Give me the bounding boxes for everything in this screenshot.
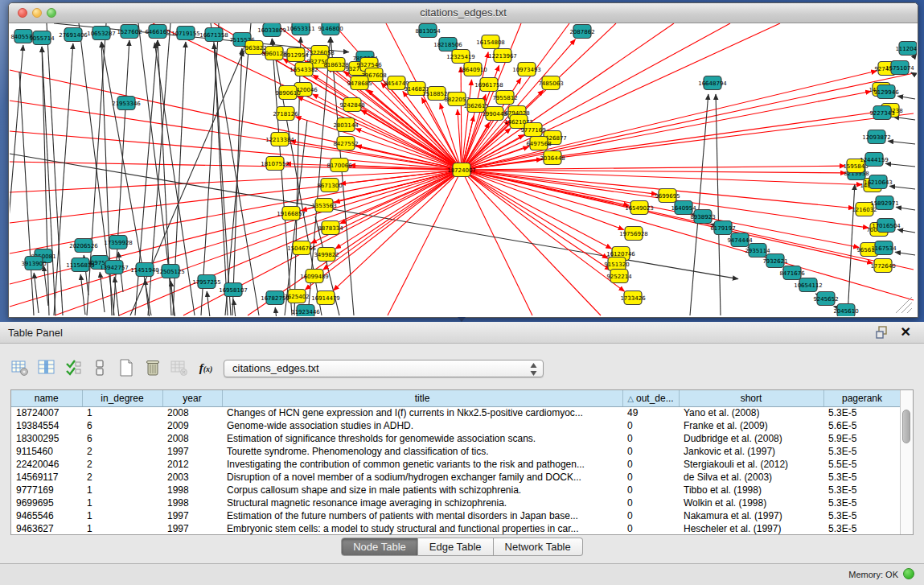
node-label: 2935114 — [745, 248, 770, 254]
node-label: 10654112 — [794, 282, 823, 289]
column-header-year[interactable]: year — [162, 390, 222, 406]
scrollbar-thumb[interactable] — [902, 410, 910, 443]
table-selector-dropdown[interactable]: citations_edges.txt — [224, 360, 544, 377]
table-row[interactable]: 977716911998Corpus callosum shape and si… — [11, 484, 901, 496]
float-panel-icon[interactable] — [876, 326, 889, 339]
network-view-canvas[interactable]: 8405571905571427691406106532871527602646… — [10, 23, 917, 316]
table-toolbar: f(x) — [8, 354, 220, 381]
window-title-bar[interactable]: citations_edges.txt — [9, 3, 918, 23]
memory-status-label: Memory: OK — [848, 570, 898, 579]
node-label: 6466160 — [145, 29, 170, 35]
table-row[interactable]: 1456911722003Disruption of a novel membe… — [11, 471, 901, 484]
node-label: 8822057 — [444, 97, 469, 103]
node-label: 15751074 — [885, 65, 914, 72]
node-label: 8938923 — [690, 214, 715, 220]
node-label: 9242848 — [339, 102, 364, 109]
node-label: 10653287 — [87, 31, 116, 37]
table-row[interactable]: 2242004622012Investigating the contribut… — [11, 458, 901, 471]
column-header-title[interactable]: title — [222, 390, 622, 406]
node-label: 1640954 — [671, 205, 696, 212]
node-label: 8170066 — [326, 163, 352, 169]
window-resize-grip[interactable] — [896, 297, 912, 313]
column-header-name[interactable]: name — [11, 390, 82, 406]
node-label: 9227343 — [869, 110, 894, 117]
node-label: 16099489 — [300, 274, 329, 280]
column-header-short[interactable]: short — [679, 390, 823, 406]
node-label: 10973493 — [512, 67, 541, 73]
column-header-in_degree[interactable]: in_degree — [82, 390, 162, 406]
split-view-icon[interactable] — [88, 356, 112, 380]
node-label: 9129946 — [873, 89, 899, 96]
delete-table-icon[interactable] — [167, 356, 191, 380]
node-label: 16033809 — [257, 27, 286, 34]
delete-column-icon[interactable] — [141, 356, 165, 380]
node-label: 9151320 — [604, 262, 629, 268]
node-label: 16648794 — [698, 80, 727, 87]
tab-network-table[interactable]: Network Table — [494, 538, 583, 556]
table-settings-icon[interactable] — [8, 356, 32, 380]
node-label: 16961758 — [474, 82, 503, 89]
node-label: 20206526 — [69, 243, 98, 249]
node-label: 9474444 — [727, 237, 753, 244]
node-label: 7932621 — [762, 258, 787, 265]
node-label: 12213384 — [265, 137, 294, 143]
node-label: 9055714 — [29, 35, 55, 42]
table-selector-value: citations_edges.txt — [232, 362, 319, 374]
close-panel-icon[interactable]: ✕ — [901, 324, 911, 340]
table-row[interactable]: 946554611997Estimation of the future num… — [11, 509, 901, 522]
node-label: 1216032 — [852, 207, 877, 213]
table-panel-title-bar: Table Panel ✕ — [0, 322, 924, 344]
node-label: 17957255 — [192, 279, 221, 286]
node-label: 19756928 — [619, 231, 648, 237]
node-label: 15892971 — [870, 200, 899, 207]
table-row[interactable]: 1938455462009Genome-wide association stu… — [11, 419, 901, 432]
node-label: 9146800 — [318, 26, 343, 32]
node-label: 15046766 — [287, 245, 316, 252]
node-label: 7955812 — [492, 95, 517, 101]
node-label: 16154808 — [476, 39, 505, 46]
cytoscape-desktop: citations_edges.txt 84055719055714276914… — [0, 0, 924, 322]
node-label: 11451940 — [130, 267, 159, 274]
table-row[interactable]: 1830029562008Estimation of significance … — [11, 432, 901, 445]
column-header-out_de[interactable]: △out_de... — [622, 390, 679, 406]
table-row[interactable]: 911546021997Tourette syndrome. Phenomeno… — [11, 445, 901, 458]
node-label: 9890610 — [275, 90, 300, 97]
node-label: 16549023 — [625, 205, 654, 212]
tab-node-table[interactable]: Node Table — [341, 538, 418, 556]
table-panel-title: Table Panel — [8, 327, 63, 339]
node-label: 21953346 — [112, 101, 141, 107]
node-label: 8878334 — [318, 225, 343, 232]
node-label: 18107552 — [261, 161, 290, 167]
node-label: 8813054 — [415, 28, 441, 35]
node-label: 8427552 — [333, 141, 358, 147]
tab-edge-table[interactable]: Edge Table — [418, 538, 494, 556]
row-checklist-icon[interactable] — [61, 356, 85, 380]
node-label: 18640910 — [458, 67, 487, 73]
table-row[interactable]: 946362711997Embryonic stem cells: a mode… — [11, 522, 901, 535]
node-label: 9777169 — [520, 127, 545, 134]
node-label: 2718126 — [273, 111, 298, 117]
table-scrollbar[interactable] — [900, 390, 913, 534]
table-panel: Table Panel ✕ f(x) — [0, 322, 924, 585]
node-label: 12093872 — [862, 134, 891, 141]
column-header-pagerank[interactable]: pagerank — [823, 390, 901, 406]
node-label: 1112046 — [895, 46, 917, 52]
node-label: 10653311 — [286, 26, 315, 32]
node-label: 1595840 — [843, 163, 868, 170]
status-bar: Memory: OK — [0, 563, 924, 585]
node-label: 13942757 — [100, 265, 129, 271]
new-column-icon[interactable] — [114, 356, 138, 380]
node-label: 8471676 — [779, 270, 805, 277]
node-label: 16210643 — [864, 179, 893, 186]
table-row[interactable]: 969969511998Structural magnetic resonanc… — [11, 496, 901, 509]
node-label: 12505125 — [156, 269, 185, 275]
column-visibility-icon[interactable] — [35, 356, 59, 380]
node-label: 18218506 — [433, 42, 462, 48]
function-builder-icon[interactable]: f(x) — [194, 356, 218, 380]
table-row[interactable]: 1872400712008Changes of HCN gene express… — [11, 406, 901, 419]
node-label: 17359928 — [104, 240, 133, 246]
node-label: 1772640 — [870, 263, 895, 270]
node-label: 2087862 — [569, 29, 594, 35]
node-label: 16782759 — [261, 295, 290, 302]
node-label: 11156839 — [66, 262, 95, 269]
